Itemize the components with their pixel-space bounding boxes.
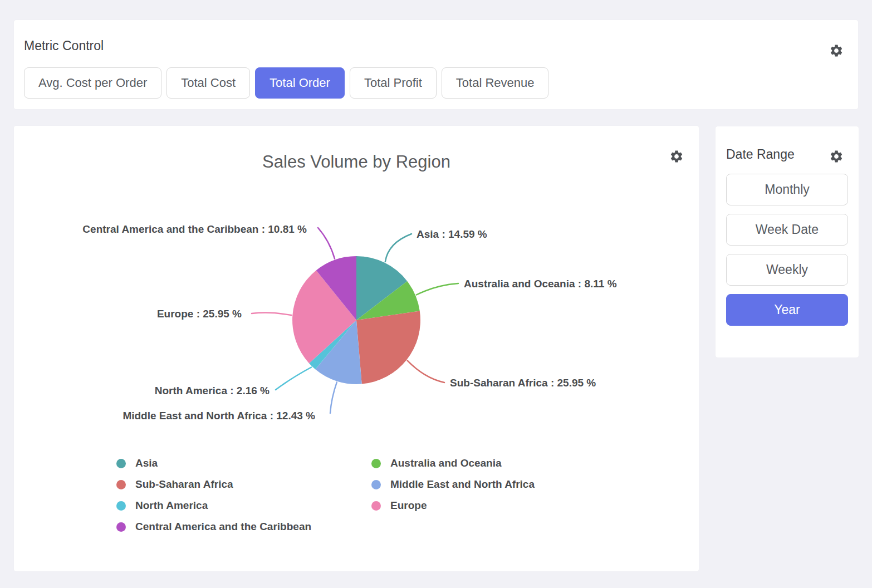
metric-button-total-revenue[interactable]: Total Revenue — [442, 67, 549, 99]
callout-label-asia: Asia : 14.59 % — [417, 228, 487, 241]
legend-label: North America — [135, 499, 208, 512]
legend-dot-icon — [371, 480, 381, 489]
date-range-panel: Date Range Monthly Week Date Weekly Year — [716, 126, 859, 357]
date-range-button-week-date[interactable]: Week Date — [726, 214, 848, 246]
date-range-button-year[interactable]: Year — [726, 294, 848, 326]
callout-label-central-america-and-the-caribbean: Central America and the Caribbean : 10.8… — [82, 223, 307, 236]
pie-slice-sub-saharan-africa[interactable] — [356, 311, 420, 384]
callout-label-middle-east-and-north-africa: Middle East and North Africa : 12.43 % — [123, 410, 315, 422]
metric-button-total-order[interactable]: Total Order — [255, 67, 345, 99]
legend-item-asia[interactable]: Asia — [116, 457, 158, 470]
callout-line-sub-saharan-africa — [408, 361, 444, 383]
date-range-button-monthly[interactable]: Monthly — [726, 174, 848, 205]
legend-label: Middle East and North Africa — [390, 478, 535, 491]
legend-dot-icon — [371, 501, 381, 511]
metric-button-avg-cost-per-order[interactable]: Avg. Cost per Order — [24, 67, 161, 99]
callout-line-central-america-and-the-caribbean — [318, 228, 335, 259]
callout-line-north-america — [276, 367, 311, 390]
sales-volume-chart-panel: Sales Volume by Region Asia : 14.59 %Aus… — [14, 126, 699, 571]
callout-line-middle-east-and-north-africa — [330, 383, 337, 413]
legend-dot-icon — [116, 522, 126, 532]
legend-label: Europe — [390, 499, 427, 512]
date-range-button-weekly[interactable]: Weekly — [726, 254, 848, 286]
callout-line-australia-and-oceania — [417, 283, 458, 295]
legend-item-europe[interactable]: Europe — [371, 499, 427, 512]
callout-line-asia — [385, 234, 411, 262]
legend-label: Australia and Oceania — [390, 457, 502, 469]
legend-dot-icon — [116, 480, 126, 489]
legend-item-central-america-and-the-caribbean[interactable]: Central America and the Caribbean — [116, 520, 311, 533]
callout-line-europe — [252, 313, 291, 316]
date-range-title: Date Range — [726, 147, 795, 162]
legend-dot-icon — [371, 459, 381, 468]
legend-item-sub-saharan-africa[interactable]: Sub-Saharan Africa — [116, 478, 233, 491]
metric-control-panel: Metric Control Avg. Cost per Order Total… — [14, 20, 858, 109]
callout-label-europe: Europe : 25.95 % — [157, 308, 242, 320]
legend-label: Asia — [135, 457, 158, 469]
metric-button-group: Avg. Cost per Order Total Cost Total Ord… — [24, 67, 548, 99]
settings-gear-icon[interactable] — [829, 149, 844, 164]
callout-label-australia-and-oceania: Australia and Oceania : 8.11 % — [464, 278, 617, 290]
date-range-button-group: Monthly Week Date Weekly Year — [726, 174, 848, 326]
settings-gear-icon[interactable] — [829, 43, 844, 58]
callout-label-sub-saharan-africa: Sub-Saharan Africa : 25.95 % — [450, 377, 596, 389]
legend-dot-icon — [116, 459, 126, 468]
legend-label: Sub-Saharan Africa — [135, 478, 233, 491]
callout-label-north-america: North America : 2.16 % — [155, 385, 270, 397]
legend-dot-icon — [116, 501, 126, 511]
metric-button-total-profit[interactable]: Total Profit — [350, 67, 437, 99]
metric-control-title: Metric Control — [24, 38, 104, 53]
metric-button-total-cost[interactable]: Total Cost — [166, 67, 250, 99]
legend-item-middle-east-and-north-africa[interactable]: Middle East and North Africa — [371, 478, 535, 491]
legend-item-australia-and-oceania[interactable]: Australia and Oceania — [371, 457, 502, 470]
legend-item-north-america[interactable]: North America — [116, 499, 208, 512]
legend-label: Central America and the Caribbean — [135, 521, 311, 533]
